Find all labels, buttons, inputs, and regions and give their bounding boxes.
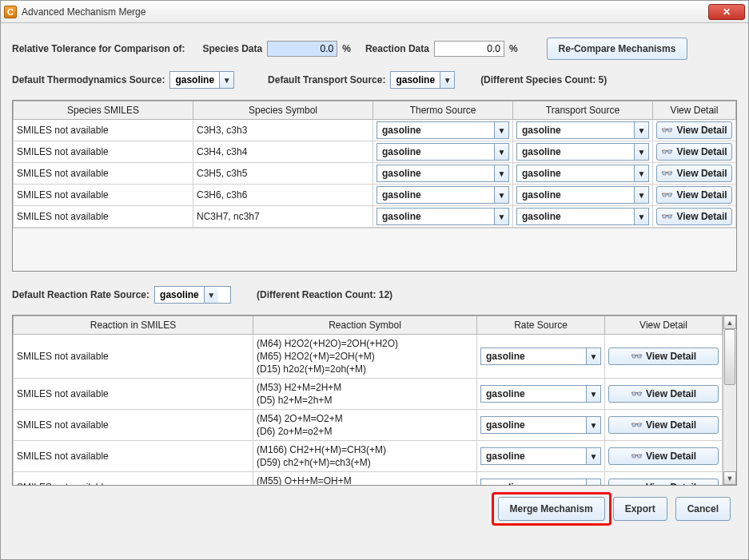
species-smiles-cell: SMILES not available <box>14 206 193 228</box>
export-button[interactable]: Export <box>613 497 667 521</box>
species-row: SMILES not availableC3H3, c3h3gasoline▼g… <box>14 120 736 141</box>
recompare-button[interactable]: Re-Compare Mechanisms <box>547 38 688 60</box>
species-header-symbol: Species Symbol <box>193 101 373 120</box>
scroll-thumb[interactable] <box>724 329 735 385</box>
rate-source-value: gasoline <box>481 448 586 464</box>
species-symbol-cell: C3H3, c3h3 <box>193 120 373 141</box>
species-smiles-cell: SMILES not available <box>14 185 193 206</box>
species-row: SMILES not availableNC3H7, nc3h7gasoline… <box>14 206 736 228</box>
rate-source-dropdown[interactable]: gasoline▼ <box>480 479 601 485</box>
chevron-down-icon: ▼ <box>634 165 648 181</box>
scroll-down-button[interactable]: ▼ <box>723 471 736 485</box>
thermo-source-dropdown[interactable]: gasoline▼ <box>376 208 509 225</box>
thermo-dropdown[interactable]: gasoline ▼ <box>169 71 234 89</box>
view-detail-button[interactable]: 👓View Detail <box>608 416 719 434</box>
species-header-smiles: Species SMILES <box>14 101 193 120</box>
merge-mechanism-button[interactable]: Merge Mechanism <box>498 497 605 521</box>
view-detail-button[interactable]: 👓View Detail <box>656 143 732 161</box>
scroll-up-button[interactable]: ▲ <box>723 316 736 329</box>
rate-source-value: gasoline <box>481 479 586 485</box>
view-detail-label: View Detail <box>676 168 727 179</box>
thermo-source-value: gasoline <box>377 165 494 181</box>
glasses-icon: 👓 <box>661 189 671 201</box>
reaction-header-view: View Detail <box>605 316 723 335</box>
reaction-table: Reaction in SMILES Reaction Symbol Rate … <box>13 316 723 485</box>
chevron-down-icon: ▼ <box>586 479 600 485</box>
species-smiles-cell: SMILES not available <box>14 120 193 141</box>
thermo-source-value: gasoline <box>377 122 494 138</box>
transport-source-dropdown[interactable]: gasoline▼ <box>516 121 649 139</box>
transport-source-dropdown[interactable]: gasoline▼ <box>516 165 649 182</box>
rate-source-dropdown[interactable]: gasoline▼ <box>480 348 601 365</box>
glasses-icon: 👓 <box>631 419 641 431</box>
chevron-down-icon: ▼ <box>586 348 600 364</box>
species-header-row: Species SMILES Species Symbol Thermo Sou… <box>14 101 736 120</box>
reaction-scrollbar[interactable]: ▲ ▼ <box>723 316 736 485</box>
rate-source-dropdown[interactable]: gasoline▼ <box>480 416 601 434</box>
reaction-row: SMILES not available(M53) H2+M=2H+M(D5) … <box>14 379 723 410</box>
reaction-smiles-cell: SMILES not available <box>14 410 253 441</box>
chevron-down-icon: ▼ <box>494 144 508 160</box>
view-detail-label: View Detail <box>646 419 696 431</box>
recompare-label: Re-Compare Mechanisms <box>559 43 676 54</box>
view-detail-button[interactable]: 👓View Detail <box>608 447 719 465</box>
species-symbol-cell: C3H6, c3h6 <box>193 185 373 206</box>
view-detail-label: View Detail <box>646 482 696 485</box>
reaction-header-row: Reaction in SMILES Reaction Symbol Rate … <box>14 316 723 335</box>
rate-source-value: gasoline <box>481 348 586 364</box>
species-header-view: View Detail <box>653 101 736 120</box>
chevron-down-icon: ▼ <box>494 165 508 181</box>
transport-source-value: gasoline <box>517 209 634 224</box>
close-button[interactable]: ✕ <box>708 4 745 20</box>
reaction-header-symbol: Reaction Symbol <box>253 316 477 335</box>
thermo-source-dropdown[interactable]: gasoline▼ <box>376 165 509 182</box>
rate-source-value: gasoline <box>481 386 586 402</box>
rate-source-dropdown[interactable]: gasoline▼ <box>480 447 601 465</box>
chevron-down-icon: ▼ <box>204 287 218 303</box>
thermo-source-dropdown[interactable]: gasoline▼ <box>376 143 509 161</box>
reaction-count-label: (Different Reaction Count: 12) <box>257 289 392 300</box>
reaction-rate-label: Default Reaction Rate Source: <box>12 289 149 300</box>
transport-source-value: gasoline <box>517 165 634 181</box>
transport-source-dropdown[interactable]: gasoline▼ <box>516 186 649 204</box>
view-detail-button[interactable]: 👓View Detail <box>608 348 719 365</box>
view-detail-button[interactable]: 👓View Detail <box>608 479 719 485</box>
species-row: SMILES not availableC3H4, c3h4gasoline▼g… <box>14 141 736 163</box>
view-detail-button[interactable]: 👓View Detail <box>656 208 732 225</box>
chevron-down-icon: ▼ <box>634 187 648 203</box>
thermo-source-dropdown[interactable]: gasoline▼ <box>376 121 509 139</box>
window-title: Advanced Mechanism Merge <box>22 6 708 18</box>
transport-label: Default Transport Source: <box>268 74 385 85</box>
rate-source-dropdown[interactable]: gasoline▼ <box>480 385 601 403</box>
thermo-source-dropdown[interactable]: gasoline▼ <box>376 186 509 204</box>
view-detail-button[interactable]: 👓View Detail <box>656 121 732 139</box>
chevron-down-icon: ▼ <box>634 209 648 224</box>
view-detail-button[interactable]: 👓View Detail <box>656 186 732 204</box>
transport-source-dropdown[interactable]: gasoline▼ <box>516 208 649 225</box>
chevron-down-icon: ▼ <box>634 122 648 138</box>
merge-label: Merge Mechanism <box>510 503 593 514</box>
transport-source-dropdown[interactable]: gasoline▼ <box>516 143 649 161</box>
reaction-symbol-cell: (M53) H2+M=2H+M(D5) h2+M=2h+M <box>253 379 477 410</box>
cancel-button[interactable]: Cancel <box>675 497 731 521</box>
reaction-symbol-cell: (M64) H2O2(+H2O)=2OH(+H2O)(M65) H2O2(+M)… <box>253 335 477 379</box>
thermo-source-value: gasoline <box>377 187 494 203</box>
thermo-source-value: gasoline <box>377 209 494 224</box>
app-icon: C <box>4 6 17 18</box>
glasses-icon: 👓 <box>631 482 641 485</box>
reaction-rate-dropdown[interactable]: gasoline ▼ <box>154 286 231 304</box>
chevron-down-icon: ▼ <box>586 448 600 464</box>
view-detail-button[interactable]: 👓View Detail <box>608 385 719 403</box>
species-data-input[interactable] <box>267 41 337 57</box>
reaction-data-label: Reaction Data <box>365 43 429 54</box>
reaction-data-input[interactable] <box>434 41 504 57</box>
species-table: Species SMILES Species Symbol Thermo Sou… <box>13 101 736 228</box>
chevron-down-icon: ▼ <box>440 72 454 88</box>
glasses-icon: 👓 <box>631 388 641 399</box>
glasses-icon: 👓 <box>631 451 641 462</box>
scroll-track[interactable] <box>723 329 736 471</box>
reaction-rate-value: gasoline <box>155 287 204 303</box>
view-detail-button[interactable]: 👓View Detail <box>656 165 732 182</box>
transport-dropdown[interactable]: gasoline ▼ <box>390 71 455 89</box>
transport-value: gasoline <box>391 72 440 88</box>
